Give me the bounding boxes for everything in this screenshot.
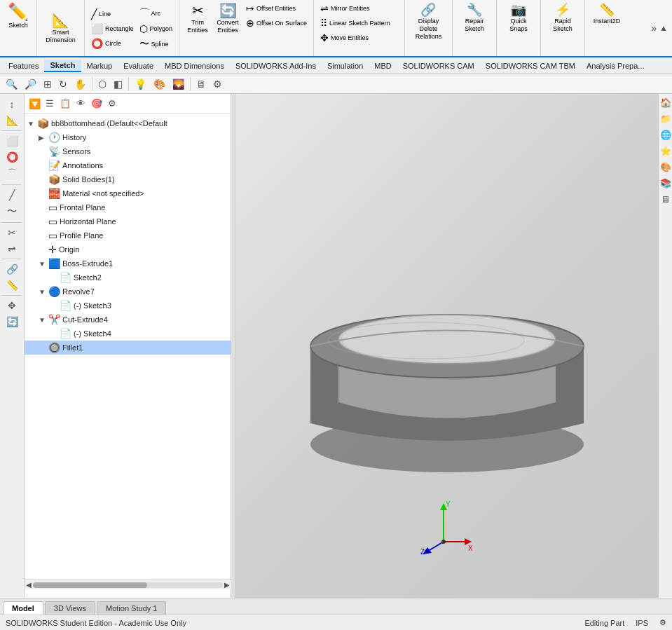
right-btn-layers[interactable]: 📚 <box>658 176 673 191</box>
view-settings-btn[interactable]: ⚙ <box>210 77 225 91</box>
tab-3d-views[interactable]: 3D Views <box>45 601 95 615</box>
rapid-sketch-button[interactable]: ⚡ RapidSketch <box>545 1 580 56</box>
viewport[interactable]: Y X Z <box>235 94 658 598</box>
tree-item-cut-extrude4[interactable]: ▼ ✂️ Cut-Extrude4 <box>25 313 231 327</box>
menu-mbd[interactable]: MBD <box>369 60 397 71</box>
left-btn-spline[interactable]: 〜 <box>5 203 19 220</box>
tree-root-arrow[interactable]: ▼ <box>27 120 37 128</box>
offset-surface-button[interactable]: ⊕Offset On Surface <box>244 16 309 30</box>
tree-item-sketch2[interactable]: ▶ 📄 Sketch2 <box>25 271 231 285</box>
view-rotate-btn[interactable]: ↻ <box>56 77 70 91</box>
left-btn-constraint[interactable]: 🔗 <box>4 261 20 277</box>
status-icon[interactable]: ⚙ <box>659 618 666 627</box>
tree-item-sketch3[interactable]: ▶ 📄 (-) Sketch3 <box>25 299 231 313</box>
right-btn-globe[interactable]: 🌐 <box>658 128 673 142</box>
left-btn-smart[interactable]: 📐 <box>4 113 20 128</box>
left-btn-arc[interactable]: ⌒ <box>5 165 19 182</box>
scroll-left-btn[interactable]: ◀ <box>26 581 32 589</box>
right-btn-home[interactable]: 🏠 <box>658 95 673 110</box>
convert-entities-button[interactable]: 🔄 ConvertEntities <box>214 1 242 36</box>
smart-dimension-button[interactable]: 📐 SmartDimension <box>41 11 80 46</box>
tab-model[interactable]: Model <box>3 601 43 615</box>
tree-item-sketch4[interactable]: ▶ 📄 (-) Sketch4 <box>25 327 231 341</box>
display-delete-relations-button[interactable]: 🔗 DisplayDeleteRelations <box>409 1 448 56</box>
tree-revolve-arrow[interactable]: ▼ <box>39 288 48 296</box>
left-btn-arrow[interactable]: ↕ <box>8 97 17 112</box>
scroll-right-btn[interactable]: ▶ <box>224 581 230 589</box>
linear-pattern-button[interactable]: ⠿Linear Sketch Pattern <box>318 16 392 30</box>
left-btn-trim[interactable]: ✂ <box>6 225 18 240</box>
sidebar-btn-props[interactable]: ☰ <box>43 97 56 110</box>
sidebar-btn-layers[interactable]: ⚙ <box>106 97 118 110</box>
tree-item-fillet1[interactable]: ▶ 🔘 Fillet1 <box>25 341 231 355</box>
tree-cut-arrow[interactable]: ▼ <box>39 316 48 324</box>
menu-features[interactable]: Features <box>3 60 44 71</box>
tree-item-origin[interactable]: ▶ ✛ Origin <box>25 242 231 256</box>
offset-entities-button[interactable]: ↦Offset Entities <box>244 1 309 15</box>
view-zoom-fit-btn[interactable]: 🔎 <box>22 77 39 91</box>
left-btn-move[interactable]: ✥ <box>6 298 18 313</box>
menu-simulation[interactable]: Simulation <box>322 60 369 71</box>
menu-analysis[interactable]: Analysis Prepa... <box>581 60 650 71</box>
sidebar-btn-nav[interactable]: 🎯 <box>89 97 104 110</box>
view-appearance-btn[interactable]: 🎨 <box>151 77 168 91</box>
menu-sketch[interactable]: Sketch <box>44 60 81 72</box>
ribbon-overflow-button[interactable]: » <box>650 21 658 35</box>
view-search-btn[interactable]: 🔍 <box>3 77 20 91</box>
menu-addins[interactable]: SOLIDWORKS Add-Ins <box>230 60 322 71</box>
scroll-track[interactable] <box>33 582 223 588</box>
view-scene-btn[interactable]: 🌄 <box>170 77 187 91</box>
move-entities-button[interactable]: ✥Move Entities <box>318 31 392 45</box>
sidebar-btn-display[interactable]: 👁 <box>74 97 88 110</box>
tree-root-item[interactable]: ▼ 📦 bb8bottomhead (Default<<Default <box>25 116 231 130</box>
tree-item-boss-extrude1[interactable]: ▼ 🟦 Boss-Extrude1 <box>25 256 231 271</box>
trim-entities-button[interactable]: ✂ TrimEntities <box>184 1 212 36</box>
sidebar-btn-config[interactable]: 📋 <box>57 97 73 110</box>
menu-solidworks-cam[interactable]: SOLIDWORKS CAM <box>397 60 480 71</box>
right-btn-screen[interactable]: 🖥 <box>659 192 672 207</box>
tree-boss-arrow[interactable]: ▼ <box>39 260 48 268</box>
tree-item-annotations[interactable]: ▶ 📝 Annotations <box>25 158 231 172</box>
tree-item-profile-plane[interactable]: ▶ ▭ Profile Plane <box>25 228 231 242</box>
right-btn-star[interactable]: ⭐ <box>658 144 673 158</box>
left-btn-line[interactable]: ╱ <box>7 187 17 203</box>
tree-history-arrow[interactable]: ▶ <box>39 134 48 142</box>
sketch-button[interactable]: ✏️ Sketch <box>4 1 32 56</box>
tree-item-solid-bodies[interactable]: ▶ 📦 Solid Bodies(1) <box>25 172 231 186</box>
left-btn-shape[interactable]: ⬜ <box>4 133 20 149</box>
view-screen-btn[interactable]: 🖥 <box>193 77 209 91</box>
left-btn-convert[interactable]: 🔄 <box>4 314 20 329</box>
view-orientation-btn[interactable]: ⬡ <box>95 77 109 91</box>
repair-sketch-button[interactable]: 🔧 RepairSketch <box>457 1 492 56</box>
line-button[interactable]: ╱Line <box>89 7 136 21</box>
tree-item-material[interactable]: ▶ 🧱 Material <not specified> <box>25 186 231 200</box>
mirror-entities-button[interactable]: ⇌Mirror Entities <box>318 1 392 15</box>
quick-snaps-button[interactable]: 📷 QuickSnaps <box>501 1 536 56</box>
view-zoom-region-btn[interactable]: ⊞ <box>41 77 55 91</box>
menu-markup[interactable]: Markup <box>81 60 118 71</box>
polygon-button[interactable]: ⬡Polygon <box>137 22 175 36</box>
tree-item-history[interactable]: ▶ 🕐 History <box>25 130 231 144</box>
spline-button[interactable]: 〜Spline <box>137 36 175 52</box>
right-btn-folder[interactable]: 📁 <box>658 111 673 126</box>
instant2d-button[interactable]: 📏 Instant2D <box>589 1 624 56</box>
view-pan-btn[interactable]: ✋ <box>71 77 89 91</box>
menu-mbd-dim[interactable]: MBD Dimensions <box>159 60 230 71</box>
view-display-style-btn[interactable]: ◧ <box>111 77 125 91</box>
tree-item-horizontal-plane[interactable]: ▶ ▭ Horizontal Plane <box>25 214 231 228</box>
left-btn-circle[interactable]: ⭕ <box>4 149 20 165</box>
tab-motion-study[interactable]: Motion Study 1 <box>97 601 166 615</box>
tree-item-revolve7[interactable]: ▼ 🔵 Revolve7 <box>25 285 231 299</box>
left-btn-measure[interactable]: 📏 <box>4 278 20 293</box>
view-lights-btn[interactable]: 💡 <box>132 77 149 91</box>
tree-item-frontal-plane[interactable]: ▶ ▭ Frontal Plane <box>25 200 231 214</box>
right-btn-palette[interactable]: 🎨 <box>658 160 673 174</box>
arc-button[interactable]: ⌒Arc <box>137 6 175 21</box>
filter-icon[interactable]: 🔽 <box>27 97 42 111</box>
menu-solidworks-cam-tbm[interactable]: SOLIDWORKS CAM TBM <box>480 60 581 71</box>
menu-evaluate[interactable]: Evaluate <box>118 60 159 71</box>
circle-button[interactable]: ⭕Circle <box>89 36 136 50</box>
rectangle-button[interactable]: ⬜Rectangle <box>89 22 136 36</box>
left-btn-mirror[interactable]: ⇌ <box>6 241 18 256</box>
ribbon-collapse-button[interactable]: ▲ <box>658 22 669 34</box>
